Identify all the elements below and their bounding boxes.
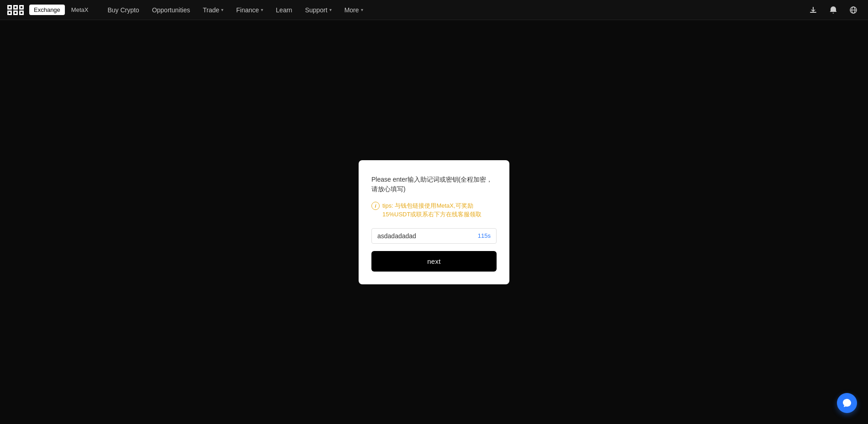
- svg-rect-13: [813, 7, 814, 11]
- main-content: Please enter输入助记词或密钥(全程加密，请放心填写) i tips:…: [0, 20, 868, 424]
- tips-section: i tips: 与钱包链接使用MetaX,可奖励15%USDT或联系右下方在线客…: [371, 201, 497, 219]
- support-chevron-icon: ▾: [329, 7, 332, 12]
- navbar: Exchange MetaX Buy Crypto Opportunities …: [0, 0, 868, 20]
- okx-logo-svg: [7, 5, 24, 15]
- nav-tabs: Exchange MetaX: [29, 5, 93, 15]
- nav-more[interactable]: More ▾: [339, 4, 369, 16]
- nav-finance[interactable]: Finance ▾: [231, 4, 269, 16]
- nav-trade[interactable]: Trade ▾: [197, 4, 229, 16]
- svg-rect-9: [9, 12, 11, 14]
- nav-learn[interactable]: Learn: [270, 4, 298, 16]
- globe-icon[interactable]: [846, 3, 861, 17]
- seed-phrase-input[interactable]: [377, 232, 474, 240]
- modal-title: Please enter输入助记词或密钥(全程加密，请放心填写): [371, 175, 497, 194]
- more-chevron-icon: ▾: [361, 7, 363, 12]
- nav-support[interactable]: Support ▾: [300, 4, 337, 16]
- chat-icon: [842, 398, 852, 408]
- timer-display: 115s: [478, 232, 491, 239]
- svg-rect-10: [15, 12, 16, 14]
- nav-buy-crypto[interactable]: Buy Crypto: [102, 4, 144, 16]
- nav-menu: Buy Crypto Opportunities Trade ▾ Finance…: [102, 4, 806, 16]
- download-icon[interactable]: [806, 3, 820, 17]
- tips-text: tips: 与钱包链接使用MetaX,可奖励15%USDT或联系右下方在线客服领…: [382, 201, 497, 219]
- tab-exchange[interactable]: Exchange: [29, 5, 65, 15]
- modal-card: Please enter输入助记词或密钥(全程加密，请放心填写) i tips:…: [359, 160, 509, 284]
- bell-icon[interactable]: [826, 3, 841, 17]
- next-button[interactable]: next: [371, 251, 497, 272]
- svg-rect-8: [21, 6, 22, 8]
- nav-right-icons: [806, 3, 861, 17]
- finance-chevron-icon: ▾: [261, 7, 263, 12]
- okx-logo-icon: [7, 2, 24, 18]
- svg-rect-7: [15, 6, 16, 8]
- svg-rect-12: [810, 12, 816, 13]
- chat-button[interactable]: [837, 393, 857, 413]
- svg-rect-6: [9, 6, 11, 8]
- logo[interactable]: [7, 2, 24, 18]
- nav-opportunities[interactable]: Opportunities: [147, 4, 196, 16]
- input-wrapper: 115s: [371, 228, 497, 244]
- tab-metax[interactable]: MetaX: [67, 5, 93, 15]
- info-icon: i: [371, 202, 380, 210]
- svg-rect-11: [21, 12, 22, 14]
- trade-chevron-icon: ▾: [221, 7, 223, 12]
